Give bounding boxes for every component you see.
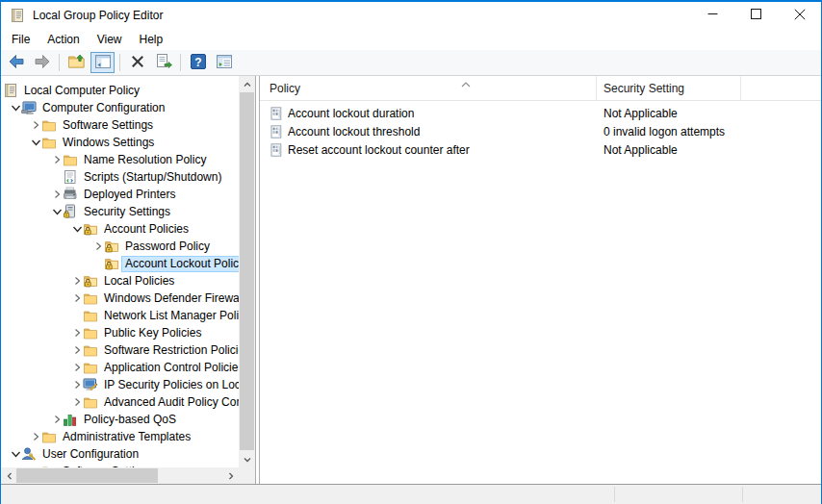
chevron-collapsed-icon[interactable] — [51, 153, 63, 166]
chevron-collapsed-icon[interactable] — [30, 118, 41, 132]
close-icon — [794, 9, 806, 23]
show-action-pane-button[interactable] — [212, 52, 236, 73]
chevron-collapsed-icon[interactable] — [51, 413, 63, 426]
gpedit-scroll-icon — [10, 8, 25, 23]
server-lock-icon — [63, 204, 78, 219]
close-button[interactable] — [778, 2, 821, 29]
help-button[interactable]: ? — [186, 52, 210, 73]
menu-view[interactable]: View — [89, 30, 131, 49]
content-area: Local Computer PolicyComputer Configurat… — [1, 76, 821, 485]
scroll-right-arrow-icon[interactable] — [222, 467, 239, 484]
local-group-policy-editor-window: Local Group Policy Editor FileActionView… — [0, 0, 822, 504]
tree-item-local-computer-policy[interactable]: Local Computer Policy — [1, 82, 239, 99]
export-list-button[interactable] — [151, 52, 175, 73]
show-console-tree-button[interactable] — [90, 52, 115, 73]
tree-item-label: Advanced Audit Policy Conf — [101, 395, 239, 410]
tree-item-user-configuration[interactable]: User Configuration — [1, 445, 239, 463]
tree-item-account-lockout-policy[interactable]: Account Lockout Policy — [1, 255, 239, 272]
tree-item-software-settings[interactable]: Software Settings — [1, 116, 239, 134]
tree-item-account-policies[interactable]: Account Policies — [1, 220, 239, 238]
tree-item-deployed-printers[interactable]: Deployed Printers — [1, 186, 239, 203]
horizontal-scrollbar-thumb[interactable] — [16, 468, 158, 483]
tree-item-public-key-policies[interactable]: Public Key Policies — [1, 324, 239, 341]
minimize-button[interactable] — [691, 2, 734, 29]
tree-item-application-control-policies[interactable]: Application Control Policies — [1, 359, 239, 376]
console-tree-pane: Local Computer PolicyComputer Configurat… — [1, 76, 256, 484]
maximize-icon — [751, 9, 761, 22]
back-button[interactable] — [4, 52, 28, 73]
menu-action[interactable]: Action — [39, 30, 88, 49]
forward-button[interactable] — [30, 52, 54, 73]
tree-vertical-scrollbar[interactable] — [239, 76, 255, 467]
tree-item-network-list-manager-polici[interactable]: Network List Manager Polici — [1, 307, 239, 324]
tree-item-label: Account Lockout Policy — [122, 257, 239, 271]
tree-item-label: Deployed Printers — [81, 188, 178, 202]
tree-item-local-policies[interactable]: Local Policies — [1, 272, 239, 290]
policy-row[interactable]: Account lockout threshold0 invalid logon… — [260, 122, 821, 140]
tree-item-advanced-audit-policy-conf[interactable]: Advanced Audit Policy Conf — [1, 393, 239, 411]
chevron-collapsed-icon[interactable] — [71, 395, 83, 409]
chevron-collapsed-icon[interactable] — [71, 343, 83, 357]
policy-security-setting: 0 invalid logon attempts — [604, 125, 725, 139]
tree-item-software-restriction-policies[interactable]: Software Restriction Policies — [1, 341, 239, 359]
chevron-collapsed-icon[interactable] — [71, 326, 83, 340]
tree-item-policy-based-qos[interactable]: Policy-based QoS — [1, 411, 239, 428]
title-bar[interactable]: Local Group Policy Editor — [1, 2, 821, 29]
forward-arrow-icon — [33, 52, 52, 74]
tree-item-name-resolution-policy[interactable]: Name Resolution Policy — [1, 151, 239, 168]
policy-row[interactable]: Account lockout durationNot Applicable — [260, 104, 821, 122]
vertical-scrollbar-thumb[interactable] — [240, 92, 254, 450]
delete-x-icon — [128, 52, 147, 74]
menu-help[interactable]: Help — [131, 30, 172, 49]
tree-item-label: Computer Configuration — [39, 101, 167, 115]
folder-icon — [83, 394, 98, 410]
chevron-expanded-icon[interactable] — [10, 101, 21, 114]
toolbar-separator — [119, 54, 120, 71]
policy-doc-icon — [270, 107, 283, 120]
chevron-expanded-icon[interactable] — [10, 447, 21, 461]
chevron-collapsed-icon[interactable] — [71, 378, 83, 391]
tree-item-windows-defender-firewall-w[interactable]: Windows Defender Firewall w — [1, 290, 239, 307]
scroll-up-arrow-icon[interactable] — [239, 76, 255, 92]
tree-item-administrative-templates[interactable]: Administrative Templates — [1, 428, 239, 445]
folder-icon — [83, 325, 98, 340]
tree-item-computer-configuration[interactable]: Computer Configuration — [1, 99, 239, 116]
tree-item-security-settings[interactable]: Security Settings — [1, 203, 239, 220]
tree-item-label: User Configuration — [39, 447, 141, 462]
chevron-collapsed-icon[interactable] — [30, 430, 41, 443]
tree-item-label: Account Policies — [101, 222, 192, 237]
tree-horizontal-scrollbar[interactable] — [1, 467, 239, 484]
folder-icon — [83, 290, 98, 306]
export-list-icon — [154, 52, 173, 74]
policy-name: Account lockout threshold — [288, 125, 604, 139]
chevron-collapsed-icon[interactable] — [92, 239, 104, 253]
chevron-collapsed-icon[interactable] — [51, 188, 63, 201]
tree-item-label: IP Security Policies on Local — [101, 378, 239, 392]
delete-button[interactable] — [125, 52, 149, 73]
chevron-expanded-icon[interactable] — [30, 136, 41, 149]
tree-item-label: Security Settings — [81, 205, 173, 219]
chevron-collapsed-icon[interactable] — [71, 291, 83, 305]
folder-icon — [41, 135, 57, 150]
chevron-expanded-icon[interactable] — [51, 205, 63, 218]
menu-file[interactable]: File — [3, 30, 39, 49]
policy-row[interactable]: Reset account lockout counter afterNot A… — [260, 140, 821, 159]
column-header-security-setting[interactable]: Security Setting — [597, 76, 741, 101]
up-one-level-button[interactable] — [64, 52, 89, 73]
tree-item-scripts-startup-shutdown[interactable]: Scripts (Startup/Shutdown) — [1, 168, 239, 186]
status-bar-divider — [742, 487, 743, 502]
folder-icon — [83, 360, 98, 375]
chevron-expanded-icon[interactable] — [71, 222, 83, 236]
scroll-down-arrow-icon[interactable] — [239, 451, 255, 467]
tree-item-windows-settings[interactable]: Windows Settings — [1, 134, 239, 151]
scroll-left-arrow-icon[interactable] — [1, 467, 17, 484]
chevron-collapsed-icon[interactable] — [71, 274, 83, 288]
folder-icon — [83, 342, 98, 358]
action-pane-icon — [215, 52, 234, 74]
chevron-collapsed-icon[interactable] — [71, 361, 83, 374]
tree-item-ip-security-policies-on-local[interactable]: IP Security Policies on Local — [1, 376, 239, 393]
tree-item-password-policy[interactable]: Password Policy — [1, 238, 239, 255]
maximize-button[interactable] — [734, 2, 778, 29]
column-header-policy[interactable]: Policy — [260, 76, 597, 101]
tree-item-label: Local Computer Policy — [21, 84, 142, 98]
